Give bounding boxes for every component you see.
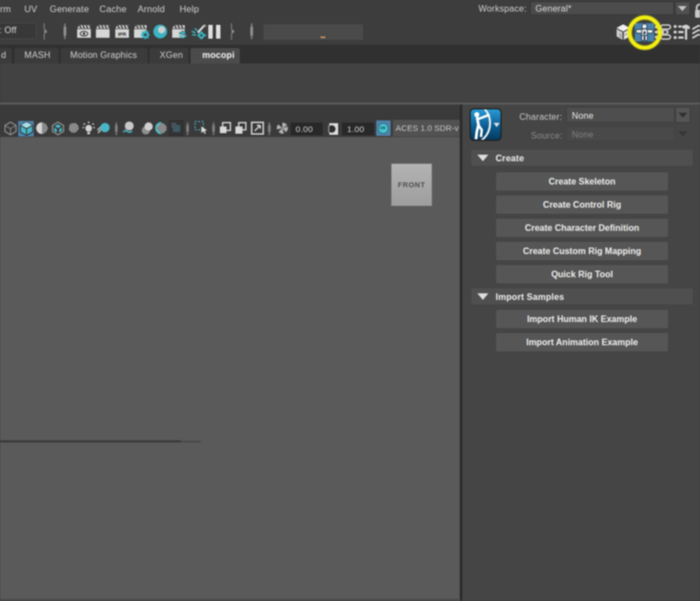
- svg-text:IPR: IPR: [118, 31, 127, 37]
